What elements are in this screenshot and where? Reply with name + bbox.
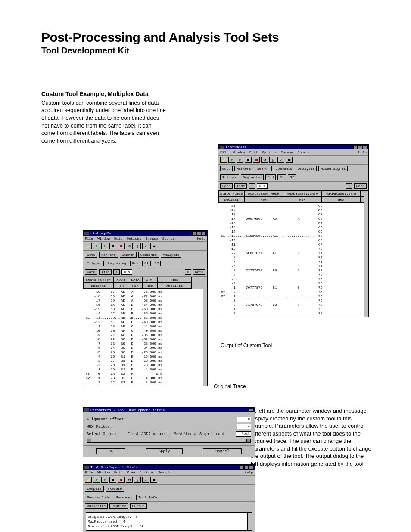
time-input[interactable]: 0 s: [257, 183, 267, 189]
goto2-button[interactable]: Goto: [354, 183, 367, 189]
buildtime-tab[interactable]: Buildtime: [85, 503, 108, 509]
tool2-icon[interactable]: §: [134, 477, 141, 483]
output-tab[interactable]: Output: [130, 503, 147, 509]
tool-icon[interactable]: ⚙: [126, 243, 133, 249]
menu-edit[interactable]: Edit: [249, 150, 258, 154]
vscrollbar[interactable]: [247, 513, 252, 530]
execute-button[interactable]: Execute: [106, 486, 125, 492]
run-icon[interactable]: [93, 477, 100, 483]
fmt-data[interactable]: Hex: [283, 197, 322, 202]
trigger-button[interactable]: Trigger: [220, 174, 239, 180]
toolinfo-tab[interactable]: Tool Info: [136, 495, 159, 500]
mixed-signal-button[interactable]: Mixed Signal: [318, 166, 348, 171]
param-alignment-input[interactable]: 0: [237, 417, 251, 422]
fmt-state[interactable]: Decimal: [218, 197, 244, 202]
menu-file[interactable]: File: [85, 470, 93, 474]
run-rep-icon[interactable]: [237, 157, 243, 163]
col-state[interactable]: State Number: [83, 277, 113, 283]
sourcecode-tab[interactable]: Source Code: [85, 495, 112, 500]
comments-button[interactable]: Comments: [138, 252, 159, 258]
fmt-data[interactable]: Hex: [128, 283, 143, 289]
menu-invasm[interactable]: Invasm: [281, 150, 293, 154]
close-icon[interactable]: [363, 146, 367, 149]
param-mux-input[interactable]: 4: [237, 424, 251, 429]
search-button[interactable]: Search: [255, 166, 272, 171]
open-icon[interactable]: 📂: [85, 477, 92, 483]
goto-button[interactable]: Goto: [220, 166, 233, 171]
menu-source[interactable]: Source: [298, 150, 310, 154]
link-icon[interactable]: ⇄: [286, 157, 293, 163]
record-icon[interactable]: [118, 243, 125, 249]
fmt-stat[interactable]: Hex: [143, 283, 157, 289]
link-icon[interactable]: ⇄: [150, 477, 157, 483]
time-spin[interactable]: ⇕: [113, 269, 120, 275]
maximize-icon[interactable]: [358, 146, 362, 149]
close-icon[interactable]: [249, 466, 253, 469]
col-time[interactable]: Time: [157, 277, 192, 283]
close-icon[interactable]: [202, 232, 206, 235]
menu-edit[interactable]: Edit: [114, 236, 122, 240]
menu-options[interactable]: Options: [127, 236, 141, 240]
menu-source[interactable]: Source: [162, 236, 175, 240]
fmt-state[interactable]: Decimal: [83, 283, 113, 289]
end-button[interactable]: End: [265, 174, 276, 180]
g1-button[interactable]: G1: [142, 261, 151, 266]
param-order-input[interactable]: Most: [236, 431, 251, 437]
run-icon[interactable]: [228, 157, 235, 163]
open-icon[interactable]: 📂: [220, 157, 227, 163]
beginning-button[interactable]: Beginning: [241, 174, 264, 180]
end-button[interactable]: End: [130, 261, 140, 266]
tool-icon[interactable]: ⚙: [261, 157, 268, 163]
minimize-icon[interactable]: [240, 466, 244, 469]
maximize-icon[interactable]: [244, 466, 249, 469]
col-addr[interactable]: MuxDataSet:ADDR: [244, 191, 283, 196]
analysis-button[interactable]: Analysis: [161, 252, 181, 258]
col-data[interactable]: MuxDataSet:DATA: [283, 191, 322, 196]
menu-edit[interactable]: Edit: [114, 470, 122, 474]
menu-help[interactable]: Help: [245, 470, 253, 474]
menu-window[interactable]: Window: [97, 236, 110, 240]
tool-icon[interactable]: ⚙: [126, 477, 133, 483]
time-input[interactable]: 0 s: [121, 269, 132, 275]
run-icon[interactable]: [93, 243, 100, 249]
fmt-addr[interactable]: Hex: [113, 283, 128, 289]
minimize-icon[interactable]: [353, 146, 358, 149]
markers-button[interactable]: Markers: [234, 166, 253, 171]
hscrollbar[interactable]: [87, 439, 251, 443]
analysis-button[interactable]: Analysis: [296, 166, 317, 171]
runtime-tab[interactable]: Runtime: [109, 503, 128, 509]
stop-icon[interactable]: [109, 477, 116, 483]
tool2-icon[interactable]: §: [269, 157, 276, 163]
check-icon[interactable]: ✓: [277, 157, 284, 163]
fmt-stat[interactable]: Hex: [322, 197, 361, 202]
g2-button[interactable]: G2: [288, 174, 296, 180]
menu-search[interactable]: Search: [158, 470, 171, 474]
comments-button[interactable]: Comments: [274, 166, 294, 171]
run-rep-icon[interactable]: [101, 243, 108, 249]
menu-file[interactable]: File: [220, 150, 228, 154]
run-rep-icon[interactable]: [101, 477, 108, 483]
cancel-button[interactable]: Cancel: [203, 448, 242, 454]
g2-button[interactable]: G2: [153, 261, 161, 266]
g1-button[interactable]: G1: [277, 174, 286, 180]
record-icon[interactable]: [253, 157, 260, 163]
goto2-button[interactable]: Goto: [193, 269, 206, 275]
messages-tab[interactable]: Messages: [114, 495, 134, 500]
beginning-button[interactable]: Beginning: [106, 261, 128, 266]
menu-window[interactable]: Window: [97, 470, 110, 474]
close-icon[interactable]: [249, 408, 253, 412]
listing2-titlebar[interactable]: Listing<2>: [83, 231, 207, 236]
time-spin[interactable]: ⇕: [249, 183, 255, 189]
menu-help[interactable]: Help: [358, 150, 367, 154]
menu-options[interactable]: Options: [262, 150, 277, 154]
check-icon[interactable]: ✓: [142, 477, 149, 483]
parameters-titlebar[interactable]: Parameters - Tool Development Kit<1>: [83, 408, 255, 412]
menu-invasm[interactable]: Invasm: [146, 236, 158, 240]
menu-help[interactable]: Help: [197, 236, 206, 240]
stop-icon[interactable]: [245, 157, 252, 163]
link-icon[interactable]: ⇄: [150, 243, 157, 249]
vscrollbar[interactable]: [203, 277, 207, 386]
check-icon[interactable]: ✓: [142, 243, 149, 249]
stop-icon[interactable]: [109, 243, 116, 249]
fmt-time[interactable]: Absolute: [157, 283, 192, 289]
